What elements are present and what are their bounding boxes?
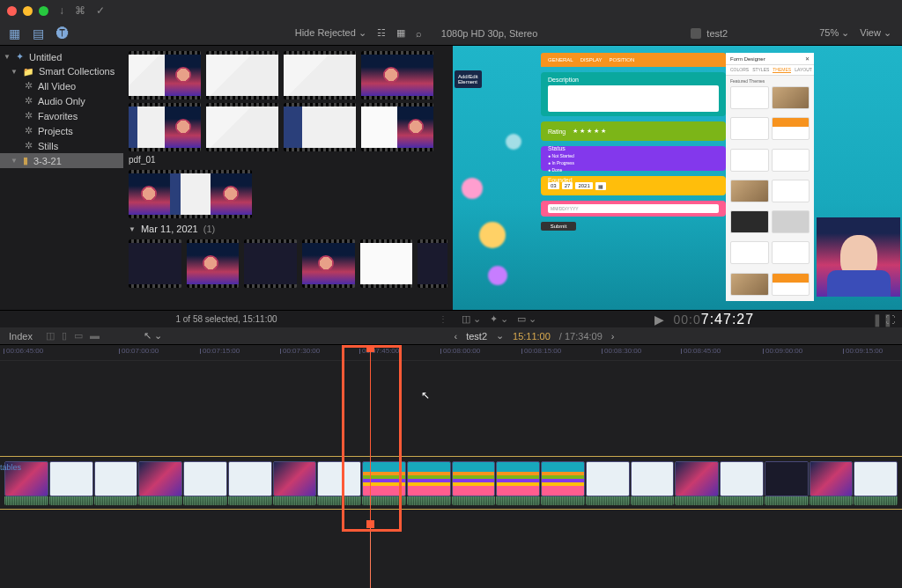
audio-clip[interactable]: [720, 496, 764, 505]
timeline-clip[interactable]: [452, 461, 496, 496]
smart-collections[interactable]: ▼📁Smart Collections: [0, 64, 123, 78]
zoom-dropdown[interactable]: 75% ⌄: [819, 27, 849, 39]
audio-clip[interactable]: [675, 496, 719, 505]
timeline-clip[interactable]: [228, 461, 272, 496]
clip-thumbnail[interactable]: [129, 51, 201, 99]
audio-clip[interactable]: [765, 496, 809, 505]
timeline-clip[interactable]: [183, 461, 227, 496]
photos-icon[interactable]: ▤: [33, 26, 44, 40]
view-dropdown[interactable]: View ⌄: [860, 27, 891, 39]
clip-thumbnail[interactable]: [129, 103, 201, 151]
library-untitled[interactable]: ▼✦Untitled: [0, 49, 123, 64]
sidebar-stills[interactable]: ✲Stills: [0, 138, 123, 153]
audio-clip[interactable]: [810, 496, 854, 505]
timeline-clip[interactable]: [138, 461, 182, 496]
transform-icon[interactable]: ◫ ⌄: [462, 313, 481, 325]
clip-appearance-icon[interactable]: ☷: [377, 27, 386, 39]
sidebar-event-3-3-21[interactable]: ▼▮3-3-21: [0, 153, 123, 168]
play-icon[interactable]: ▶: [654, 312, 665, 327]
clip-thumbnail[interactable]: [244, 239, 297, 288]
clip-thumbnail[interactable]: [418, 239, 447, 288]
audio-clip[interactable]: [586, 496, 630, 505]
index-button[interactable]: Index: [9, 331, 33, 342]
viewer-canvas[interactable]: Add/Edit Element GENERALDISPLAYPOSITION …: [453, 46, 902, 310]
timeline-clip[interactable]: [362, 461, 406, 496]
timeline-clip[interactable]: [586, 461, 630, 496]
import-icon[interactable]: ↓: [59, 4, 64, 17]
timeline-ruler[interactable]: 00:06:45:0000:07:00:0000:07:15:0000:07:3…: [0, 345, 902, 361]
audio-clip[interactable]: [407, 496, 451, 505]
form-tabs: GENERALDISPLAYPOSITION: [541, 53, 726, 67]
audio-clip[interactable]: [452, 496, 496, 505]
timeline-clip[interactable]: [541, 461, 585, 496]
retime-icon[interactable]: ▭ ⌄: [517, 313, 536, 325]
fullscreen-icon[interactable]: ⛶: [885, 314, 895, 325]
timeline-clip[interactable]: [810, 461, 854, 496]
library-sidebar: ▼✦Untitled ▼📁Smart Collections ✲All Vide…: [0, 46, 123, 310]
audio-clip[interactable]: [49, 496, 93, 505]
arrow-tool[interactable]: ↖ ⌄: [144, 330, 162, 342]
close-window[interactable]: [7, 6, 17, 16]
next-edit-icon[interactable]: ›: [611, 331, 615, 342]
audio-clip[interactable]: [228, 496, 272, 505]
clip-thumbnail[interactable]: [361, 51, 433, 99]
sidebar-audio-only[interactable]: ✲Audio Only: [0, 93, 123, 108]
zoom-window[interactable]: [39, 6, 48, 16]
sidebar-favorites[interactable]: ✲Favorites: [0, 108, 123, 123]
timeline-clip[interactable]: [720, 461, 764, 496]
timeline-clip[interactable]: [94, 461, 138, 496]
audio-clip[interactable]: [541, 496, 585, 505]
audio-track[interactable]: [0, 496, 902, 505]
timeline-clip[interactable]: [49, 461, 93, 496]
audio-clip[interactable]: [496, 496, 540, 505]
timeline[interactable]: 00:06:45:0000:07:00:0000:07:15:0000:07:3…: [0, 345, 902, 588]
audio-clip[interactable]: [362, 496, 406, 505]
audio-clip[interactable]: [631, 496, 675, 505]
audio-clip[interactable]: [4, 496, 48, 505]
audio-clip[interactable]: [138, 496, 182, 505]
timeline-clip[interactable]: [273, 461, 317, 496]
sidebar-all-video[interactable]: ✲All Video: [0, 78, 123, 93]
connect-icon[interactable]: ◫: [46, 330, 55, 342]
audio-clip[interactable]: [317, 496, 361, 505]
clip-thumbnail[interactable]: [360, 239, 413, 288]
library-icon[interactable]: ▦: [9, 26, 20, 40]
timeline-clip[interactable]: [854, 461, 898, 496]
primary-storyline[interactable]: [0, 461, 902, 496]
timeline-clip[interactable]: [496, 461, 540, 496]
clip-thumbnail[interactable]: [129, 239, 181, 288]
titles-icon[interactable]: 🅣: [56, 26, 69, 40]
enhance-icon[interactable]: ✦ ⌄: [490, 313, 508, 325]
clip-thumbnail[interactable]: [284, 51, 356, 99]
clip-thumbnail[interactable]: [284, 103, 356, 151]
audio-clip[interactable]: [273, 496, 317, 505]
clip-thumbnail[interactable]: [361, 103, 433, 151]
sidebar-projects[interactable]: ✲Projects: [0, 123, 123, 138]
insert-icon[interactable]: ▯: [62, 330, 67, 342]
clip-thumbnail[interactable]: [129, 170, 252, 218]
timeline-clip[interactable]: [631, 461, 675, 496]
audio-clip[interactable]: [183, 496, 227, 505]
clip-thumbnail[interactable]: [187, 239, 240, 288]
clip-thumbnail[interactable]: [206, 51, 278, 99]
prev-edit-icon[interactable]: ‹: [455, 331, 458, 342]
divider-handle[interactable]: ⋮: [439, 314, 447, 324]
grid-icon[interactable]: ▦: [396, 27, 405, 39]
clip-browser[interactable]: pdf_01 ▼Mar 11, 2021(1): [123, 46, 453, 310]
search-icon[interactable]: ⌕: [416, 28, 422, 39]
append-icon[interactable]: ▭: [74, 330, 83, 342]
date-group-header[interactable]: ▼Mar 11, 2021(1): [129, 224, 447, 234]
minimize-window[interactable]: [23, 6, 33, 16]
timeline-clip[interactable]: [675, 461, 719, 496]
render-icon[interactable]: ✓: [96, 4, 105, 17]
audio-clip[interactable]: [854, 496, 898, 505]
audio-clip[interactable]: [94, 496, 138, 505]
keyword-icon[interactable]: ⌘: [75, 4, 85, 17]
clip-thumbnail[interactable]: [206, 103, 278, 151]
timeline-clip[interactable]: [317, 461, 361, 496]
timeline-clip[interactable]: [765, 461, 809, 496]
timeline-clip[interactable]: [407, 461, 451, 496]
overwrite-icon[interactable]: ▬: [90, 330, 100, 342]
clip-thumbnail[interactable]: [302, 239, 355, 288]
hide-rejected-dropdown[interactable]: Hide Rejected ⌄: [295, 27, 366, 39]
